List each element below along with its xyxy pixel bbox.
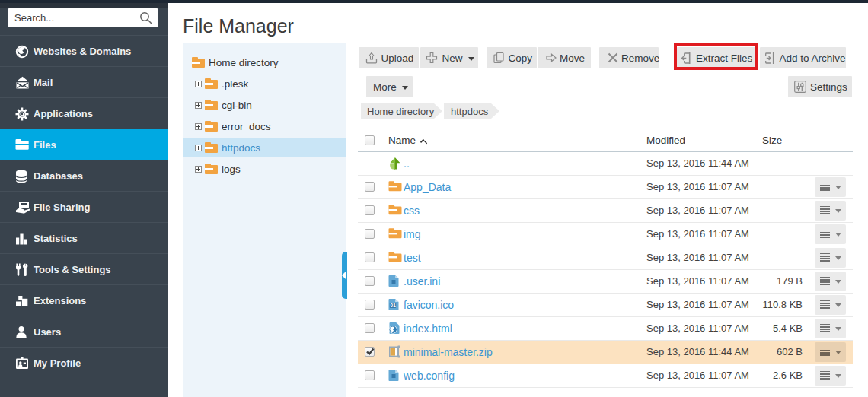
svg-text:01: 01	[391, 302, 397, 307]
